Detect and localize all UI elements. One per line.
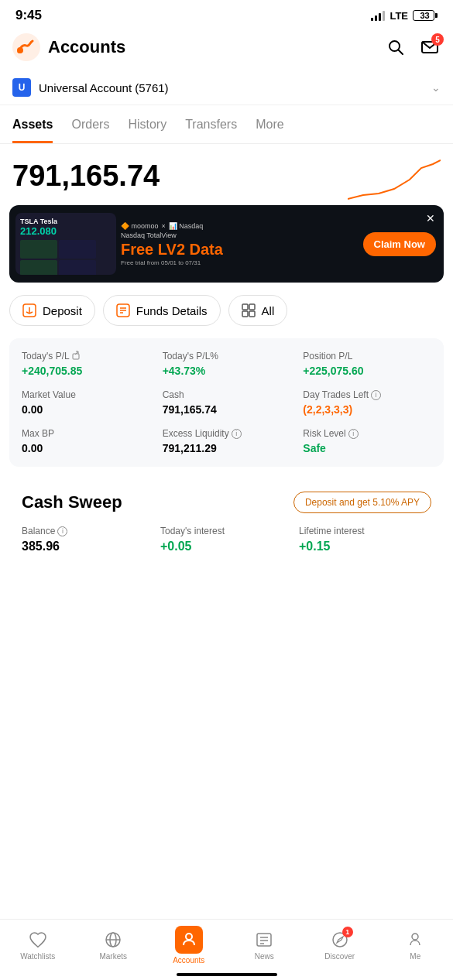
promo-brand: 🔶 moomoo × 📊 Nasdaq	[121, 222, 357, 230]
notification-badge: 5	[431, 33, 444, 46]
stat-day-trades-label: Day Trades Left	[303, 389, 369, 400]
notifications-button[interactable]: 5	[419, 36, 441, 58]
nav-discover-label: Discover	[324, 952, 355, 961]
account-selector[interactable]: U Universal Account (5761) ⌄	[0, 70, 453, 105]
stat-excess-liquidity: Excess Liquidity i 791,211.29	[163, 428, 291, 454]
battery-level: 33	[415, 11, 435, 20]
stat-cash: Cash 791,165.74	[163, 389, 291, 416]
home-indicator	[177, 973, 277, 976]
lte-label: LTE	[390, 10, 408, 22]
svg-rect-13	[242, 304, 248, 310]
deposit-apy-button[interactable]: Deposit and get 5.10% APY	[293, 492, 431, 513]
stat-position-pl-label: Position P/L	[303, 351, 352, 362]
stat-cash-label: Cash	[163, 389, 184, 400]
tab-history[interactable]: History	[128, 118, 166, 143]
account-name: Universal Account (5761)	[39, 81, 431, 94]
search-icon	[386, 38, 405, 57]
nav-me[interactable]: Me	[392, 930, 438, 961]
nav-markets[interactable]: Markets	[90, 930, 136, 961]
promo-banner: TSLA Tesla 212.080 🔶 moomoo × 📊 Nasdaq N…	[9, 205, 444, 283]
balance-chart	[348, 156, 441, 203]
markets-icon	[103, 930, 123, 950]
stat-cash-value: 791,165.74	[163, 403, 291, 416]
sweep-today-interest-label: Today's interest	[160, 526, 225, 536]
all-label: All	[262, 304, 275, 317]
status-time: 9:45	[15, 8, 42, 23]
funds-details-label: Funds Details	[136, 304, 208, 317]
stat-risk-level-label: Risk Level	[303, 428, 345, 439]
sweep-balance-label: Balance	[22, 526, 55, 536]
stat-todays-pl-label: Today's P/L	[22, 351, 70, 362]
cash-sweep-stats: Balance i 385.96 Today's interest +0.05 …	[22, 526, 431, 553]
funds-details-button[interactable]: Funds Details	[103, 295, 221, 326]
tab-assets[interactable]: Assets	[12, 118, 53, 143]
promo-image: TSLA Tesla 212.080	[9, 207, 118, 281]
nav-discover[interactable]: 1 Discover	[317, 930, 363, 961]
svg-rect-14	[249, 304, 255, 310]
news-icon	[254, 930, 274, 950]
stat-excess-liquidity-value: 791,211.29	[163, 442, 291, 454]
promo-trial: Free trial from 05/01 to 07/31	[121, 259, 357, 266]
close-promo-button[interactable]: ✕	[424, 211, 438, 225]
stat-position-pl: Position P/L +225,075.60	[303, 351, 431, 377]
cash-sweep-section: Cash Sweep Deposit and get 5.10% APY Bal…	[9, 479, 444, 566]
sweep-lifetime-interest: Lifetime interest +0.15	[299, 526, 431, 553]
promo-subtitle: Nasdaq TotalView	[121, 231, 357, 239]
svg-point-0	[12, 33, 40, 61]
day-trades-info-icon[interactable]: i	[371, 390, 381, 400]
status-icons: LTE 33	[371, 10, 438, 22]
header-right: 5	[385, 36, 441, 58]
stat-todays-pl: Today's P/L +240,705.85	[22, 351, 150, 377]
tab-more[interactable]: More	[256, 118, 283, 143]
battery-icon: 33	[413, 10, 438, 21]
stat-position-pl-value: +225,075.60	[303, 365, 431, 377]
stat-market-value-label: Market Value	[22, 389, 76, 400]
nav-accounts-label: Accounts	[173, 956, 204, 965]
sweep-lifetime-interest-value: +0.15	[299, 540, 431, 553]
nav-news-label: News	[255, 952, 274, 961]
all-button[interactable]: All	[228, 295, 288, 326]
promo-content: 🔶 moomoo × 📊 Nasdaq Nasdaq TotalView Fre…	[118, 216, 363, 272]
cash-sweep-title: Cash Sweep	[22, 492, 122, 512]
stat-day-trades-value: (2,2,3,3,3)	[303, 403, 431, 416]
search-button[interactable]	[385, 36, 407, 58]
stat-todays-pl-value: +240,705.85	[22, 365, 150, 377]
sweep-balance-info-icon[interactable]: i	[57, 526, 67, 536]
app-logo-icon	[12, 33, 40, 61]
balance-section: 791,165.74	[0, 144, 453, 205]
stat-market-value-value: 0.00	[22, 403, 150, 416]
sweep-balance: Balance i 385.96	[22, 526, 154, 553]
svg-marker-28	[337, 937, 343, 943]
deposit-button[interactable]: Deposit	[9, 295, 95, 326]
sweep-today-interest-value: +0.05	[160, 540, 293, 553]
svg-point-22	[186, 934, 192, 940]
nav-news[interactable]: News	[241, 930, 287, 961]
nav-watchlists-label: Watchlists	[20, 952, 55, 961]
svg-point-29	[412, 934, 418, 940]
tab-orders[interactable]: Orders	[71, 118, 109, 143]
nav-accounts[interactable]: Accounts	[166, 926, 212, 965]
account-type-icon: U	[12, 78, 31, 97]
stats-card: Today's P/L +240,705.85 Today's P/L% +43…	[9, 338, 444, 467]
bottom-nav: Watchlists Markets Accounts	[0, 919, 453, 980]
stat-todays-pl-pct-label: Today's P/L%	[163, 351, 218, 362]
tab-transfers[interactable]: Transfers	[185, 118, 237, 143]
stat-risk-level: Risk Level i Safe	[303, 428, 431, 454]
stat-day-trades: Day Trades Left i (2,2,3,3,3)	[303, 389, 431, 416]
claim-now-button[interactable]: Claim Now	[363, 232, 436, 256]
risk-level-info-icon[interactable]: i	[348, 429, 359, 439]
chevron-down-icon: ⌄	[431, 81, 441, 94]
me-icon	[405, 930, 425, 950]
deposit-icon	[22, 303, 36, 317]
stat-todays-pl-pct: Today's P/L% +43.73%	[163, 351, 291, 377]
header-left: Accounts	[12, 33, 125, 61]
sweep-today-interest: Today's interest +0.05	[160, 526, 293, 553]
grid-icon	[242, 303, 256, 317]
nav-watchlists[interactable]: Watchlists	[15, 930, 61, 961]
sweep-balance-value: 385.96	[22, 540, 154, 553]
export-icon[interactable]	[72, 351, 83, 362]
stat-max-bp-value: 0.00	[22, 442, 150, 454]
header: Accounts 5	[0, 27, 453, 70]
page-title: Accounts	[48, 37, 125, 57]
excess-liquidity-info-icon[interactable]: i	[232, 429, 242, 439]
